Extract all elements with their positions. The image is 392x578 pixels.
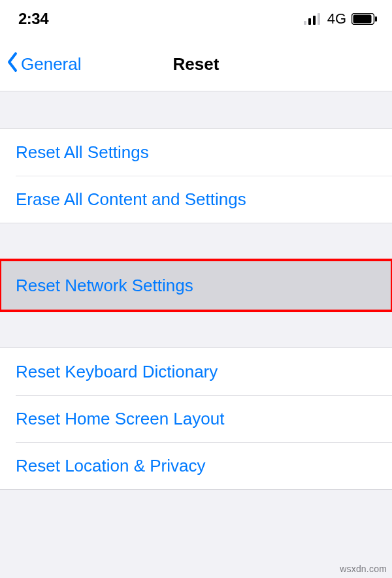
erase-all-content-button[interactable]: Erase All Content and Settings <box>0 176 392 223</box>
list-item-label: Reset Keyboard Dictionary <box>16 362 218 382</box>
reset-location-privacy-button[interactable]: Reset Location & Privacy <box>0 442 392 489</box>
reset-network-settings-button[interactable]: Reset Network Settings <box>0 260 392 311</box>
status-bar: 2:34 4G <box>0 0 392 38</box>
list-item-label: Reset All Settings <box>16 142 149 163</box>
battery-icon <box>351 13 378 25</box>
svg-rect-5 <box>353 15 372 24</box>
section-gap <box>0 91 392 128</box>
list-section-2: Reset Network Settings <box>0 260 392 311</box>
status-time: 2:34 <box>18 10 48 28</box>
list-item-label: Reset Network Settings <box>16 276 193 296</box>
back-button[interactable]: General <box>0 51 82 78</box>
list-item-label: Reset Home Screen Layout <box>16 409 224 429</box>
section-gap <box>0 223 392 260</box>
svg-rect-0 <box>304 21 306 25</box>
svg-rect-2 <box>313 16 316 25</box>
chevron-left-icon <box>5 51 20 78</box>
back-label: General <box>21 54 82 74</box>
svg-rect-3 <box>318 13 320 25</box>
cellular-signal-icon <box>304 13 322 25</box>
reset-keyboard-dictionary-button[interactable]: Reset Keyboard Dictionary <box>0 348 392 395</box>
section-gap <box>0 311 392 347</box>
reset-home-screen-button[interactable]: Reset Home Screen Layout <box>0 395 392 442</box>
list-item-label: Erase All Content and Settings <box>16 189 246 210</box>
watermark: wsxdn.com <box>340 564 387 574</box>
status-right: 4G <box>304 10 378 27</box>
list-section-1: Reset All Settings Erase All Content and… <box>0 128 392 223</box>
svg-rect-1 <box>308 18 311 25</box>
nav-bar: General Reset <box>0 38 392 91</box>
svg-rect-6 <box>375 16 377 22</box>
list-section-3: Reset Keyboard Dictionary Reset Home Scr… <box>0 347 392 490</box>
network-type-label: 4G <box>327 10 346 27</box>
list-item-label: Reset Location & Privacy <box>16 456 205 476</box>
reset-all-settings-button[interactable]: Reset All Settings <box>0 129 392 176</box>
